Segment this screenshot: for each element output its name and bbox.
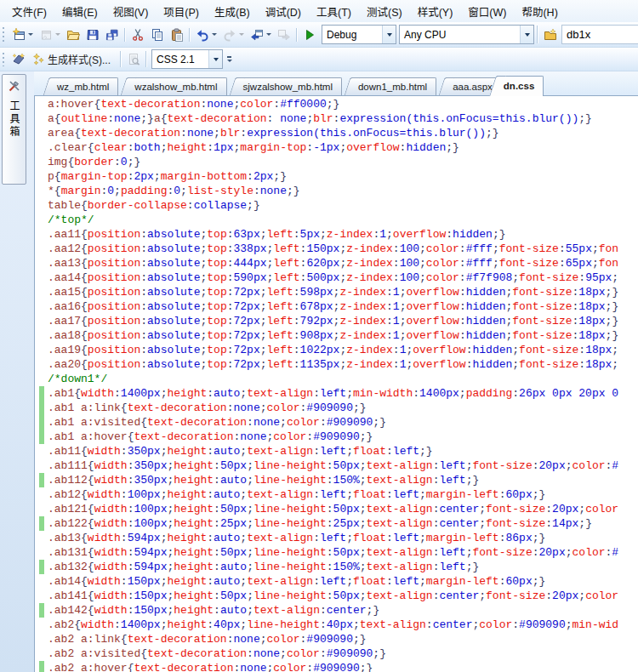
code-line-25[interactable]: .ab11{width:350px;height:auto;text-align… <box>35 444 638 458</box>
code-line-17[interactable]: .aa18{position:absolute;top:72px;left:90… <box>35 328 638 343</box>
check-style-button[interactable] <box>124 49 142 70</box>
code-line-31[interactable]: .ab13{width:594px;height:auto;text-align… <box>35 531 638 545</box>
toolbar-grip-handle[interactable] <box>2 52 6 66</box>
code-line-3[interactable]: area{text-decoration:none;blr:expression… <box>35 126 638 140</box>
build-style-sheet-button[interactable] <box>9 49 27 70</box>
code-line-27[interactable]: .ab112{width:350px;height:auto;line-heig… <box>35 473 638 487</box>
solution-platform-combo[interactable]: Any CPU <box>399 25 534 44</box>
find-input[interactable] <box>562 28 638 41</box>
code-text: .aa16{position:absolute;top:72px;left:67… <box>48 299 618 314</box>
code-line-2[interactable]: a{outline:none;}a{text-decoration: none;… <box>35 111 638 126</box>
code-editor[interactable]: a:hover{text-decoration:none;color:#ff00… <box>34 95 638 672</box>
cut-button[interactable] <box>128 25 146 45</box>
code-line-18[interactable]: .aa19{position:absolute;top:72px;left:10… <box>35 343 638 357</box>
save-button[interactable] <box>83 25 101 45</box>
code-text: .aa19{position:absolute;top:72px;left:10… <box>48 343 618 357</box>
toolbar-options-button[interactable] <box>225 50 234 69</box>
toolbar-separator <box>189 28 190 42</box>
menu-window[interactable]: 窗口(W) <box>460 0 514 24</box>
menu-style[interactable]: 样式(Y) <box>410 0 461 24</box>
toolbar-grip-handle[interactable] <box>2 26 6 43</box>
code-line-6[interactable]: p{margin-top:2px;margin-bottom:2px;} <box>35 169 638 184</box>
find-in-files-button[interactable] <box>541 25 559 45</box>
menu-test[interactable]: 测试(S) <box>359 0 410 24</box>
code-line-11[interactable]: .aa12{position:absolute;top:338px;left:1… <box>35 242 638 256</box>
code-line-39[interactable]: .ab2 a:visited{text-decoration:none;colo… <box>35 646 638 661</box>
undo-button[interactable] <box>193 25 219 45</box>
menu-project[interactable]: 项目(P) <box>156 0 207 24</box>
code-line-19[interactable]: .aa20{position:absolute;top:72px;left:11… <box>35 357 638 372</box>
code-line-28[interactable]: .ab12{width:100px;height:auto;text-align… <box>35 487 638 502</box>
redo-button[interactable] <box>220 25 246 45</box>
code-line-36[interactable]: .ab142{width:150px;height:auto;text-alig… <box>35 603 638 618</box>
selection-margin <box>35 271 48 285</box>
code-line-34[interactable]: .ab14{width:150px;height:auto;text-align… <box>35 574 638 589</box>
code-line-12[interactable]: .aa13{position:absolute;top:444px;left:6… <box>35 256 638 271</box>
tab-sjwzalshow_mb.html[interactable]: sjwzalshow_mb.html <box>236 77 342 95</box>
menu-build[interactable]: 生成(B) <box>207 0 258 24</box>
paste-button[interactable] <box>168 25 185 45</box>
start-debug-button[interactable] <box>300 25 318 45</box>
menu-view[interactable]: 视图(V) <box>105 0 157 24</box>
add-item-button[interactable] <box>37 25 62 45</box>
code-line-23[interactable]: .ab1 a:visited{text-decoration:none;colo… <box>35 415 638 430</box>
code-line-29[interactable]: .ab121{width:100px;height:50px;line-heig… <box>35 502 638 516</box>
tab-wz_mb.html[interactable]: wz_mb.html <box>50 77 118 95</box>
menu-file[interactable]: 文件(F) <box>4 0 54 24</box>
chevron-down-icon[interactable] <box>266 33 271 36</box>
code-line-7[interactable]: *{margin:0;padding:0;list-style:none;} <box>35 184 638 198</box>
cut-icon <box>130 27 145 42</box>
code-line-14[interactable]: .aa15{position:absolute;top:72px;left:59… <box>35 285 638 299</box>
menu-edit[interactable]: 编辑(E) <box>54 0 105 24</box>
code-line-30[interactable]: .ab122{width:100px;height:25px;line-heig… <box>35 516 638 531</box>
chevron-down-icon[interactable] <box>28 33 33 36</box>
code-line-4[interactable]: .clear{clear:both;height:1px;margin-top:… <box>35 140 638 155</box>
code-line-20[interactable]: /*down1*/ <box>35 372 638 386</box>
menu-tools[interactable]: 工具(T) <box>309 0 359 24</box>
menu-help[interactable]: 帮助(H) <box>514 0 565 24</box>
tab-dn.css[interactable]: dn.css <box>497 76 544 96</box>
solution-configuration-combo[interactable]: Debug <box>322 25 396 44</box>
chevron-down-icon[interactable] <box>239 33 244 36</box>
nav-back-button[interactable] <box>248 25 273 45</box>
code-line-32[interactable]: .ab131{width:594px;height:50px;line-heig… <box>35 545 638 560</box>
css-version-combo[interactable]: CSS 2.1 <box>151 49 223 69</box>
code-line-37[interactable]: .ab2{width:1400px;height:40px;line-heigh… <box>35 618 638 632</box>
open-file-button[interactable] <box>64 25 82 45</box>
solution-platform-value: Any CPU <box>400 29 520 41</box>
code-line-38[interactable]: .ab2 a:link{text-decoration:none;color:#… <box>35 632 638 646</box>
code-line-10[interactable]: .aa11{position:absolute;top:63px;left:5p… <box>35 227 638 242</box>
chevron-down-icon[interactable] <box>55 33 60 36</box>
code-line-40[interactable]: .ab2 a:hover{text-decoration:none;color:… <box>35 661 638 672</box>
code-line-15[interactable]: .aa16{position:absolute;top:72px;left:67… <box>35 299 638 314</box>
code-line-24[interactable]: .ab1 a:hover{text-decoration:none;color:… <box>35 430 638 444</box>
code-line-5[interactable]: img{border:0;} <box>35 155 638 169</box>
code-line-1[interactable]: a:hover{text-decoration:none;color:#ff00… <box>35 97 638 111</box>
code-text: .ab121{width:100px;height:50px;line-heig… <box>48 502 618 516</box>
save-all-button[interactable] <box>103 25 121 45</box>
code-line-8[interactable]: table{border-collapse:collapse;} <box>35 198 638 213</box>
code-line-22[interactable]: .ab1 a:link{text-decoration:none;color:#… <box>35 401 638 415</box>
generate-style-button[interactable]: 生成样式(S)... <box>29 49 117 70</box>
chevron-down-icon[interactable] <box>208 50 222 68</box>
code-line-35[interactable]: .ab141{width:150px;height:50px;line-heig… <box>35 589 638 603</box>
code-line-13[interactable]: .aa14{position:absolute;top:590px;left:5… <box>35 271 638 285</box>
generate-style-label: 生成样式(S)... <box>48 52 111 66</box>
chevron-down-icon[interactable] <box>520 26 533 43</box>
code-text: .ab142{width:150px;height:auto;text-alig… <box>48 603 379 618</box>
code-line-16[interactable]: .aa17{position:absolute;top:72px;left:79… <box>35 314 638 328</box>
generate-style-icon <box>31 52 45 66</box>
chevron-down-icon[interactable] <box>382 26 396 43</box>
code-line-26[interactable]: .ab111{width:350px;height:50px;line-heig… <box>35 458 638 473</box>
copy-button[interactable] <box>148 25 166 45</box>
code-line-21[interactable]: .ab1{width:1400px;height:auto;text-align… <box>35 386 638 401</box>
chevron-down-icon[interactable] <box>212 33 217 36</box>
tab-down1_mb.html[interactable]: down1_mb.html <box>351 77 436 95</box>
toolbox-tab[interactable]: 工具箱 <box>2 74 26 185</box>
code-line-33[interactable]: .ab132{width:594px;height:auto;line-heig… <box>35 560 638 574</box>
code-line-9[interactable]: /*top*/ <box>35 213 638 227</box>
menu-debug[interactable]: 调试(D) <box>258 0 309 24</box>
new-item-button[interactable] <box>9 25 35 45</box>
nav-forward-button[interactable] <box>275 25 293 45</box>
tab-wzalshow_mb.html[interactable]: wzalshow_mb.html <box>128 77 226 95</box>
